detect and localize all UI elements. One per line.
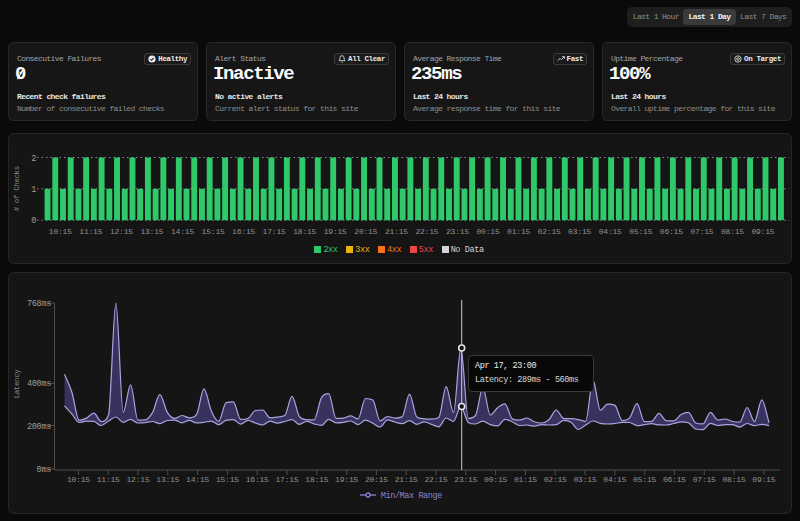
- svg-text:22:15: 22:15: [424, 475, 447, 484]
- svg-text:20:15: 20:15: [354, 227, 377, 236]
- svg-text:01:15: 01:15: [507, 227, 530, 236]
- svg-text:0ms: 0ms: [37, 465, 52, 475]
- svg-text:02:15: 02:15: [544, 475, 567, 484]
- svg-text:17:15: 17:15: [275, 475, 298, 484]
- svg-text:15:15: 15:15: [216, 475, 239, 484]
- svg-text:768ms: 768ms: [27, 299, 51, 309]
- svg-text:16:15: 16:15: [246, 475, 269, 484]
- svg-text:18:15: 18:15: [293, 227, 316, 236]
- svg-text:08:15: 08:15: [722, 475, 745, 484]
- svg-text:00:15: 00:15: [476, 227, 499, 236]
- svg-text:10:15: 10:15: [67, 475, 90, 484]
- svg-text:03:15: 03:15: [568, 227, 591, 236]
- svg-text:17:15: 17:15: [263, 227, 286, 236]
- svg-text:06:15: 06:15: [660, 227, 683, 236]
- svg-text:12:15: 12:15: [110, 227, 133, 236]
- svg-text:400ms: 400ms: [27, 379, 51, 389]
- svg-text:07:15: 07:15: [693, 475, 716, 484]
- svg-text:16:15: 16:15: [232, 227, 255, 236]
- svg-text:Latency: Latency: [13, 369, 21, 399]
- svg-text:19:15: 19:15: [335, 475, 358, 484]
- svg-text:03:15: 03:15: [573, 475, 596, 484]
- svg-text:23:15: 23:15: [454, 475, 477, 484]
- svg-text:09:15: 09:15: [751, 227, 774, 236]
- svg-text:19:15: 19:15: [324, 227, 347, 236]
- svg-text:20:15: 20:15: [365, 475, 388, 484]
- svg-text:14:15: 14:15: [186, 475, 209, 484]
- svg-text:11:15: 11:15: [79, 227, 102, 236]
- svg-text:10:15: 10:15: [49, 227, 72, 236]
- svg-text:12:15: 12:15: [126, 475, 149, 484]
- svg-text:07:15: 07:15: [690, 227, 713, 236]
- svg-text:04:15: 04:15: [599, 227, 622, 236]
- svg-text:08:15: 08:15: [721, 227, 744, 236]
- svg-text:# of Checks: # of Checks: [13, 166, 21, 211]
- svg-text:200ms: 200ms: [27, 422, 51, 432]
- svg-text:02:15: 02:15: [538, 227, 561, 236]
- svg-text:00:15: 00:15: [484, 475, 507, 484]
- svg-text:04:15: 04:15: [603, 475, 626, 484]
- svg-text:13:15: 13:15: [140, 227, 163, 236]
- svg-text:05:15: 05:15: [629, 227, 652, 236]
- svg-text:1: 1: [31, 185, 36, 195]
- svg-text:13:15: 13:15: [156, 475, 179, 484]
- svg-text:09:15: 09:15: [752, 475, 775, 484]
- svg-text:23:15: 23:15: [446, 227, 469, 236]
- svg-text:2: 2: [31, 154, 36, 164]
- svg-text:0: 0: [31, 216, 36, 226]
- svg-text:22:15: 22:15: [415, 227, 438, 236]
- svg-text:05:15: 05:15: [633, 475, 656, 484]
- svg-text:21:15: 21:15: [385, 227, 408, 236]
- svg-text:14:15: 14:15: [171, 227, 194, 236]
- svg-text:01:15: 01:15: [514, 475, 537, 484]
- svg-text:06:15: 06:15: [663, 475, 686, 484]
- svg-text:18:15: 18:15: [305, 475, 328, 484]
- svg-text:21:15: 21:15: [395, 475, 418, 484]
- svg-text:11:15: 11:15: [97, 475, 120, 484]
- svg-text:15:15: 15:15: [202, 227, 225, 236]
